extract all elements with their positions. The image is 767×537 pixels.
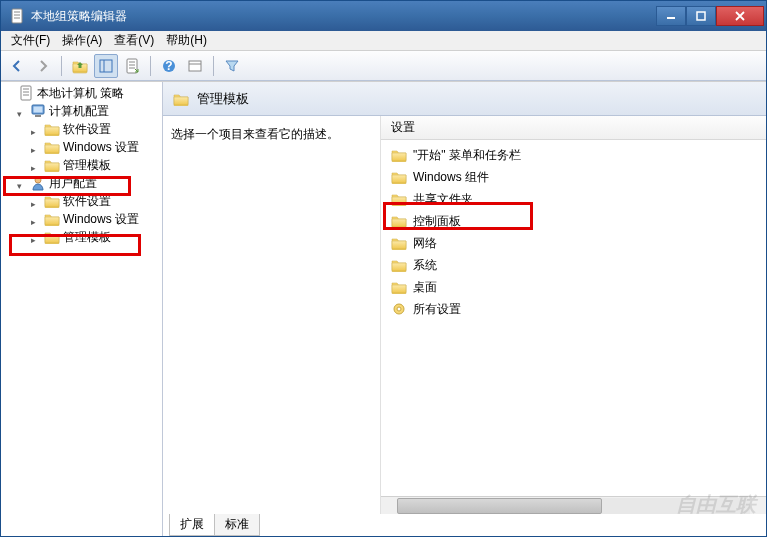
- up-button[interactable]: [68, 54, 92, 78]
- tree-label: 用户配置: [49, 175, 97, 192]
- column-header-label: 设置: [391, 119, 415, 136]
- list-item[interactable]: 系统: [381, 254, 766, 276]
- tree-user-config[interactable]: 用户配置: [1, 174, 162, 192]
- list-item[interactable]: 网络: [381, 232, 766, 254]
- help-button[interactable]: ?: [157, 54, 181, 78]
- svg-rect-12: [100, 60, 112, 72]
- tree-label: Windows 设置: [63, 211, 139, 228]
- menu-view[interactable]: 查看(V): [108, 30, 160, 51]
- close-button[interactable]: [716, 6, 764, 26]
- tab-strip: 扩展 标准: [163, 514, 766, 536]
- tree-label: 管理模板: [63, 229, 111, 246]
- svg-rect-11: [697, 12, 705, 20]
- menu-help[interactable]: 帮助(H): [160, 30, 213, 51]
- list-item[interactable]: "开始" 菜单和任务栏: [381, 144, 766, 166]
- forward-button[interactable]: [31, 54, 55, 78]
- tree-label: Windows 设置: [63, 139, 139, 156]
- tree-label: 软件设置: [63, 121, 111, 138]
- show-tree-button[interactable]: [94, 54, 118, 78]
- tree-label: 计算机配置: [49, 103, 109, 120]
- list-item-control-panel[interactable]: 控制面板: [381, 210, 766, 232]
- content-header-title: 管理模板: [197, 90, 249, 108]
- tree-pane[interactable]: 本地计算机 策略 计算机配置 软件设置 Windows 设置 管理模板: [1, 82, 163, 536]
- folder-icon: [391, 192, 407, 206]
- back-button[interactable]: [5, 54, 29, 78]
- description-panel: 选择一个项目来查看它的描述。: [163, 116, 381, 514]
- content-pane: 管理模板 选择一个项目来查看它的描述。 设置 "开始" 菜单和任务栏 Windo…: [163, 82, 766, 536]
- folder-icon: [391, 280, 407, 294]
- menu-action[interactable]: 操作(A): [56, 30, 108, 51]
- computer-icon: [30, 103, 46, 119]
- properties-button[interactable]: [183, 54, 207, 78]
- folder-icon: [44, 212, 60, 226]
- item-label: 所有设置: [413, 301, 461, 318]
- svg-rect-16: [189, 61, 201, 71]
- menubar: 文件(F) 操作(A) 查看(V) 帮助(H): [1, 31, 766, 51]
- minimize-button[interactable]: [656, 6, 686, 26]
- menu-file[interactable]: 文件(F): [5, 30, 56, 51]
- folder-icon: [173, 92, 189, 106]
- item-label: 共享文件夹: [413, 191, 473, 208]
- export-button[interactable]: [120, 54, 144, 78]
- content-header: 管理模板: [163, 82, 766, 116]
- folder-icon: [44, 230, 60, 244]
- tree-uc-windows[interactable]: Windows 设置: [1, 210, 162, 228]
- item-label: Windows 组件: [413, 169, 489, 186]
- tree-cc-admin[interactable]: 管理模板: [1, 156, 162, 174]
- maximize-button[interactable]: [686, 6, 716, 26]
- user-icon: [30, 175, 46, 191]
- gear-icon: [391, 301, 407, 317]
- tree-cc-software[interactable]: 软件设置: [1, 120, 162, 138]
- tree-cc-windows[interactable]: Windows 设置: [1, 138, 162, 156]
- folder-icon: [44, 122, 60, 136]
- tree-root[interactable]: 本地计算机 策略: [1, 84, 162, 102]
- item-label: 控制面板: [413, 213, 461, 230]
- tree-uc-admin[interactable]: 管理模板: [1, 228, 162, 246]
- app-icon: [9, 8, 25, 24]
- settings-list[interactable]: "开始" 菜单和任务栏 Windows 组件 共享文件夹 控制面板 网络 系统 …: [381, 140, 766, 496]
- column-header-setting[interactable]: 设置: [381, 116, 766, 140]
- folder-icon: [391, 236, 407, 250]
- folder-icon: [44, 194, 60, 208]
- titlebar: 本地组策略编辑器: [1, 1, 766, 31]
- folder-icon: [391, 258, 407, 272]
- doc-icon: [18, 85, 34, 101]
- tree-computer-config[interactable]: 计算机配置: [1, 102, 162, 120]
- tab-standard[interactable]: 标准: [215, 514, 260, 536]
- toolbar: ?: [1, 51, 766, 81]
- folder-icon: [391, 148, 407, 162]
- tab-extended[interactable]: 扩展: [169, 514, 215, 536]
- tree-root-label: 本地计算机 策略: [37, 85, 124, 102]
- item-label: 网络: [413, 235, 437, 252]
- item-label: "开始" 菜单和任务栏: [413, 147, 521, 164]
- list-item[interactable]: 共享文件夹: [381, 188, 766, 210]
- window-title: 本地组策略编辑器: [31, 8, 656, 25]
- folder-icon: [391, 170, 407, 184]
- item-label: 桌面: [413, 279, 437, 296]
- list-item[interactable]: 桌面: [381, 276, 766, 298]
- horizontal-scrollbar[interactable]: [381, 496, 766, 514]
- list-item-all-settings[interactable]: 所有设置: [381, 298, 766, 320]
- folder-icon: [44, 158, 60, 172]
- list-item[interactable]: Windows 组件: [381, 166, 766, 188]
- tree-label: 软件设置: [63, 193, 111, 210]
- folder-icon: [391, 214, 407, 228]
- item-label: 系统: [413, 257, 437, 274]
- scrollbar-thumb[interactable]: [397, 498, 602, 514]
- svg-text:?: ?: [165, 59, 172, 73]
- filter-button[interactable]: [220, 54, 244, 78]
- tree-uc-software[interactable]: 软件设置: [1, 192, 162, 210]
- tree-label: 管理模板: [63, 157, 111, 174]
- folder-icon: [44, 140, 60, 154]
- description-text: 选择一个项目来查看它的描述。: [171, 127, 339, 141]
